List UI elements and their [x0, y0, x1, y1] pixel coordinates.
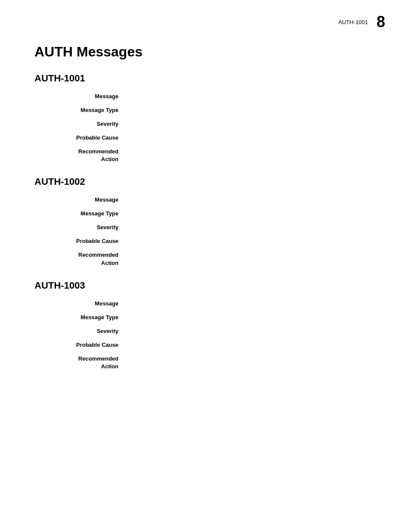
field-value-auth-1001-4 [125, 148, 385, 163]
section-auth-1001: AUTH-1001MessageMessage TypeSeverityProb… [34, 73, 385, 163]
field-row-auth-1001-2: Severity [34, 120, 385, 129]
field-value-auth-1001-3 [125, 134, 385, 143]
field-row-auth-1001-3: Probable Cause [34, 134, 385, 143]
field-row-auth-1001-0: Message [34, 93, 385, 101]
field-label-auth-1001-4: RecommendedAction [34, 148, 125, 163]
field-value-auth-1003-2 [125, 327, 385, 336]
field-value-auth-1002-4 [125, 251, 385, 267]
field-value-auth-1003-4 [125, 355, 385, 370]
field-label-auth-1003-1: Message Type [34, 314, 125, 322]
field-row-auth-1003-3: Probable Cause [34, 341, 385, 350]
field-value-auth-1003-1 [125, 314, 385, 322]
field-row-auth-1003-1: Message Type [34, 314, 385, 322]
field-label-auth-1001-1: Message Type [34, 106, 125, 115]
section-title-auth-1001: AUTH-1001 [34, 73, 385, 84]
field-label-auth-1002-1: Message Type [34, 210, 125, 218]
field-label-auth-1001-0: Message [34, 93, 125, 101]
field-value-auth-1003-0 [125, 300, 385, 308]
field-row-auth-1002-1: Message Type [34, 210, 385, 218]
field-label-auth-1001-2: Severity [34, 120, 125, 129]
header-page-number: 8 [377, 13, 385, 31]
field-value-auth-1002-1 [125, 210, 385, 218]
sections-container: AUTH-1001MessageMessage TypeSeverityProb… [34, 73, 385, 370]
field-row-auth-1002-3: Probable Cause [34, 237, 385, 246]
header-code: AUTH-1001 [338, 19, 368, 25]
field-row-auth-1001-4: RecommendedAction [34, 148, 385, 163]
field-label-auth-1002-0: Message [34, 196, 125, 205]
section-title-auth-1002: AUTH-1002 [34, 176, 385, 187]
field-label-auth-1003-2: Severity [34, 327, 125, 336]
field-value-auth-1003-3 [125, 341, 385, 350]
field-row-auth-1003-0: Message [34, 300, 385, 308]
field-row-auth-1002-2: Severity [34, 224, 385, 232]
field-label-auth-1002-2: Severity [34, 224, 125, 232]
field-value-auth-1001-0 [125, 93, 385, 101]
field-row-auth-1002-0: Message [34, 196, 385, 205]
field-label-auth-1003-0: Message [34, 300, 125, 308]
field-value-auth-1002-0 [125, 196, 385, 205]
field-value-auth-1002-2 [125, 224, 385, 232]
field-value-auth-1001-1 [125, 106, 385, 115]
field-label-auth-1001-3: Probable Cause [34, 134, 125, 143]
field-label-auth-1002-4: RecommendedAction [34, 251, 125, 267]
field-label-auth-1002-3: Probable Cause [34, 237, 125, 246]
field-label-auth-1003-3: Probable Cause [34, 341, 125, 350]
section-auth-1003: AUTH-1003MessageMessage TypeSeverityProb… [34, 280, 385, 370]
field-row-auth-1002-4: RecommendedAction [34, 251, 385, 267]
field-label-auth-1003-4: RecommendedAction [34, 355, 125, 370]
section-auth-1002: AUTH-1002MessageMessage TypeSeverityProb… [34, 176, 385, 267]
field-row-auth-1001-1: Message Type [34, 106, 385, 115]
page-title: AUTH Messages [34, 44, 385, 60]
section-title-auth-1003: AUTH-1003 [34, 280, 385, 291]
page-content: AUTH Messages AUTH-1001MessageMessage Ty… [0, 35, 411, 409]
field-value-auth-1001-2 [125, 120, 385, 129]
field-row-auth-1003-2: Severity [34, 327, 385, 336]
page-header: AUTH-1001 8 [0, 0, 411, 35]
field-value-auth-1002-3 [125, 237, 385, 246]
field-row-auth-1003-4: RecommendedAction [34, 355, 385, 370]
